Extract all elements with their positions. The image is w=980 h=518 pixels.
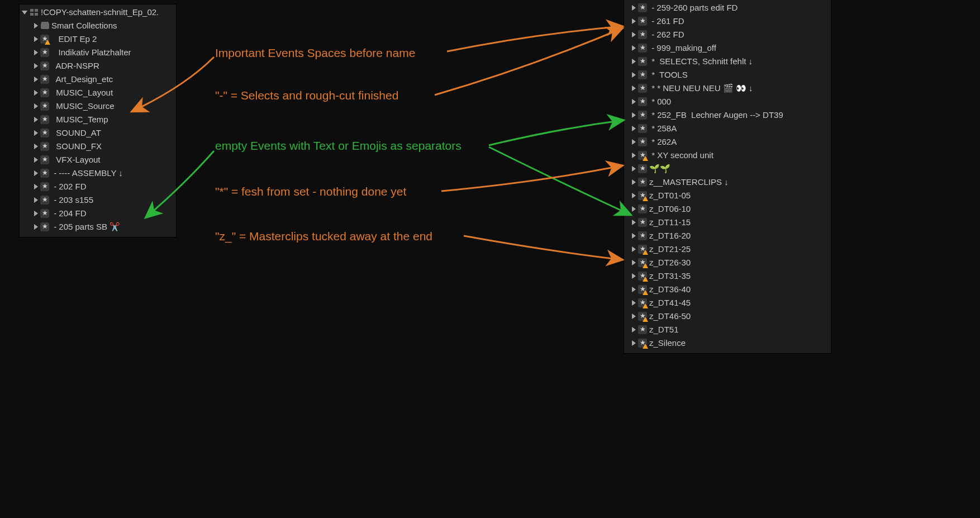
event-row[interactable]: MUSIC_Source — [20, 99, 176, 113]
disclosure-right-icon[interactable] — [34, 197, 38, 203]
event-row[interactable]: z_DT46-50 — [624, 310, 831, 323]
disclosure-right-icon[interactable] — [34, 23, 38, 28]
event-row[interactable]: MUSIC_Temp — [20, 113, 176, 126]
event-label: - 259-260 parts edit FD — [649, 1, 827, 15]
event-row[interactable]: Art_Design_etc — [20, 73, 176, 86]
disclosure-right-icon[interactable] — [34, 117, 38, 122]
event-row[interactable]: z__MASTERCLIPS ↓ — [624, 175, 831, 189]
event-label: z_DT01-05 — [649, 189, 827, 202]
disclosure-right-icon[interactable] — [34, 63, 38, 69]
star-icon — [638, 97, 647, 106]
event-row[interactable]: MUSIC_Layout — [20, 86, 176, 99]
event-row[interactable]: z_DT36-40 — [624, 283, 831, 296]
event-row[interactable]: - 203 s155 — [20, 193, 176, 207]
disclosure-right-icon[interactable] — [632, 59, 636, 64]
event-row[interactable]: - 261 FD — [624, 15, 831, 28]
event-label: SOUND_FX — [51, 140, 173, 153]
event-row[interactable]: z_DT21-25 — [624, 243, 831, 256]
event-row[interactable]: * SELECTS, Schnitt fehlt ↓ — [624, 55, 831, 68]
event-row[interactable]: z_DT51 — [624, 323, 831, 336]
event-row[interactable]: ADR-NSPR — [20, 59, 176, 73]
star-icon — [40, 155, 49, 164]
disclosure-right-icon[interactable] — [34, 144, 38, 149]
event-row[interactable]: * 258A — [624, 122, 831, 135]
disclosure-right-icon[interactable] — [632, 220, 636, 225]
disclosure-right-icon[interactable] — [632, 5, 636, 11]
disclosure-right-icon[interactable] — [632, 287, 636, 292]
disclosure-right-icon[interactable] — [632, 179, 636, 185]
disclosure-right-icon[interactable] — [34, 130, 38, 136]
disclosure-right-icon[interactable] — [632, 72, 636, 78]
star-warn-icon — [638, 245, 647, 254]
disclosure-right-icon[interactable] — [632, 193, 636, 198]
disclosure-right-icon[interactable] — [632, 45, 636, 51]
disclosure-right-icon[interactable] — [34, 77, 38, 82]
disclosure-right-icon[interactable] — [632, 340, 636, 346]
event-row[interactable]: 🌱🌱 — [624, 162, 831, 175]
disclosure-right-icon[interactable] — [34, 50, 38, 55]
star-icon — [638, 231, 647, 240]
disclosure-right-icon[interactable] — [632, 313, 636, 319]
disclosure-right-icon[interactable] — [632, 300, 636, 306]
disclosure-right-icon[interactable] — [34, 170, 38, 176]
disclosure-right-icon[interactable] — [34, 211, 38, 216]
event-row[interactable]: * * NEU NEU NEU 🎬 👀 ↓ — [624, 82, 831, 95]
event-row[interactable]: * 252_FB Lechner Augen --> DT39 — [624, 108, 831, 122]
disclosure-right-icon[interactable] — [34, 36, 38, 42]
disclosure-right-icon[interactable] — [632, 246, 636, 252]
event-row[interactable]: SOUND_AT — [20, 126, 176, 140]
event-row[interactable]: - 205 parts SB ✂️ — [20, 220, 176, 234]
event-row[interactable]: Indikativ Platzhalter — [20, 46, 176, 59]
disclosure-right-icon[interactable] — [632, 99, 636, 104]
event-row[interactable]: - 202 FD — [20, 180, 176, 193]
event-row[interactable]: z_DT11-15 — [624, 216, 831, 229]
event-row[interactable]: Smart Collections — [20, 19, 176, 32]
event-row[interactable]: z_Silence — [624, 336, 831, 350]
event-row[interactable]: - 999_making_off — [624, 41, 831, 55]
event-row[interactable]: - ---- ASSEMBLY ↓ — [20, 167, 176, 180]
event-row[interactable]: z_DT31-35 — [624, 269, 831, 283]
disclosure-right-icon[interactable] — [632, 153, 636, 158]
event-row[interactable]: z_DT41-45 — [624, 296, 831, 310]
disclosure-right-icon[interactable] — [632, 233, 636, 239]
event-row[interactable]: * 262A — [624, 135, 831, 149]
event-row[interactable]: * TOOLS — [624, 68, 831, 82]
event-row[interactable]: z_DT26-30 — [624, 256, 831, 269]
disclosure-right-icon[interactable] — [34, 90, 38, 96]
star-icon — [40, 222, 49, 231]
disclosure-down-icon[interactable] — [22, 11, 27, 15]
event-row[interactable]: - 204 FD — [20, 207, 176, 220]
star-icon — [40, 129, 49, 137]
library-row[interactable]: !COPY-schatten-schnitt_Ep_02. — [20, 6, 176, 19]
event-row[interactable]: * XY second unit — [624, 149, 831, 162]
disclosure-right-icon[interactable] — [34, 224, 38, 230]
disclosure-right-icon[interactable] — [34, 157, 38, 163]
disclosure-right-icon[interactable] — [632, 32, 636, 37]
disclosure-right-icon[interactable] — [632, 85, 636, 91]
event-label: * * NEU NEU NEU 🎬 👀 ↓ — [649, 82, 827, 95]
event-row[interactable]: z_DT01-05 — [624, 189, 831, 202]
event-row[interactable]: VFX-Layout — [20, 153, 176, 167]
disclosure-right-icon[interactable] — [632, 206, 636, 212]
disclosure-right-icon[interactable] — [632, 166, 636, 172]
disclosure-right-icon[interactable] — [632, 260, 636, 265]
star-icon — [40, 102, 49, 111]
disclosure-right-icon[interactable] — [632, 112, 636, 118]
disclosure-right-icon[interactable] — [34, 184, 38, 189]
disclosure-right-icon[interactable] — [632, 139, 636, 145]
star-warn-icon — [638, 298, 647, 307]
disclosure-right-icon[interactable] — [632, 18, 636, 24]
disclosure-right-icon[interactable] — [632, 327, 636, 332]
star-icon — [40, 182, 49, 191]
event-row[interactable]: z_DT06-10 — [624, 202, 831, 216]
event-label: 🌱🌱 — [649, 162, 827, 175]
event-row[interactable]: z_DT16-20 — [624, 229, 831, 243]
event-row[interactable]: - 259-260 parts edit FD — [624, 1, 831, 15]
disclosure-right-icon[interactable] — [34, 103, 38, 109]
event-row[interactable]: SOUND_FX — [20, 140, 176, 153]
disclosure-right-icon[interactable] — [632, 273, 636, 279]
disclosure-right-icon[interactable] — [632, 126, 636, 131]
event-row[interactable]: - 262 FD — [624, 28, 831, 41]
event-row[interactable]: * 000 — [624, 95, 831, 108]
event-row[interactable]: EDIT Ep 2 — [20, 32, 176, 46]
